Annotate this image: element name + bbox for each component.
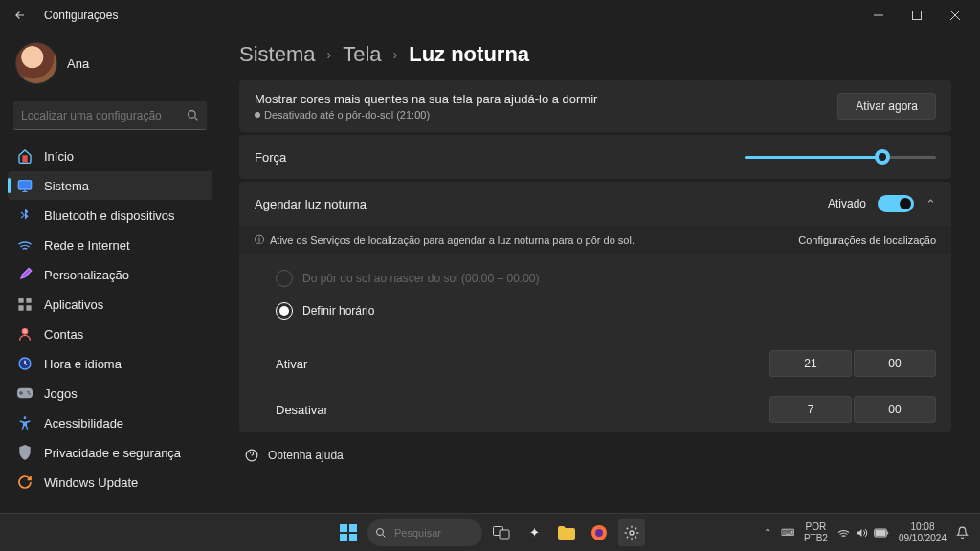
- brush-icon: [17, 267, 33, 282]
- task-view-button[interactable]: [488, 519, 515, 546]
- minimize-button[interactable]: [859, 2, 898, 29]
- get-help-link[interactable]: Obtenha ajuda: [239, 435, 951, 475]
- status-dot-icon: [255, 112, 260, 118]
- turn-on-now-button[interactable]: Ativar agora: [837, 93, 936, 120]
- tray-chevron-icon[interactable]: ⌃: [764, 527, 771, 538]
- turn-on-time-row: Ativar 21 00: [239, 341, 951, 386]
- nav-label: Rede e Internet: [44, 238, 130, 253]
- svg-rect-15: [349, 534, 357, 541]
- schedule-card: Agendar luz noturna Ativado ⌃ ⓘ Ative os…: [239, 182, 951, 432]
- turn-on-label: Ativar: [276, 357, 307, 371]
- night-light-status-card: Mostrar cores mais quentes na sua tela p…: [239, 80, 951, 132]
- user-icon: [17, 326, 33, 342]
- taskbar: ✦ ⌃ ⌨ PORPTB2 10:0809/10/2024: [0, 513, 980, 551]
- strength-card: Força: [239, 135, 951, 179]
- apps-icon: [17, 297, 33, 312]
- turn-off-label: Desativar: [276, 403, 328, 417]
- turn-off-minute-button[interactable]: 00: [854, 396, 936, 423]
- settings-search[interactable]: [13, 101, 207, 130]
- schedule-toggle[interactable]: [878, 195, 914, 212]
- clock-icon: [17, 356, 33, 371]
- svg-rect-5: [18, 305, 23, 310]
- explorer-icon[interactable]: [553, 519, 580, 546]
- wifi-icon: [17, 237, 33, 253]
- svg-rect-23: [876, 530, 885, 535]
- svg-rect-12: [340, 524, 347, 532]
- sidebar-item-brush[interactable]: Personalização: [8, 260, 212, 289]
- sidebar-item-wifi[interactable]: Rede e Internet: [8, 231, 212, 259]
- sidebar-item-home[interactable]: Início: [8, 142, 212, 170]
- titlebar: Configurações: [0, 0, 980, 31]
- system-tray: ⌃ ⌨ PORPTB2 10:0809/10/2024: [764, 521, 980, 543]
- location-hint: Ative os Serviços de localização para ag…: [270, 234, 635, 246]
- svg-point-16: [377, 528, 384, 535]
- settings-taskbar-icon[interactable]: [618, 519, 645, 546]
- description-text: Mostrar cores mais quentes na sua tela p…: [255, 92, 597, 106]
- taskbar-search-input[interactable]: [394, 527, 471, 539]
- chevron-right-icon: ›: [393, 47, 398, 62]
- svg-rect-2: [18, 181, 31, 189]
- user-name: Ana: [67, 56, 89, 71]
- sidebar-item-bluetooth[interactable]: Bluetooth e dispositivos: [8, 201, 212, 230]
- svg-rect-0: [913, 11, 922, 20]
- schedule-header[interactable]: Agendar luz noturna Ativado ⌃: [239, 182, 951, 226]
- clock[interactable]: 10:0809/10/2024: [899, 521, 947, 543]
- breadcrumb-tela[interactable]: Tela: [343, 42, 381, 67]
- notifications-icon[interactable]: [956, 526, 969, 539]
- strength-label: Força: [255, 150, 286, 165]
- strength-slider[interactable]: [745, 148, 936, 165]
- sidebar-item-clock[interactable]: Hora e idioma: [8, 349, 212, 378]
- nav-label: Windows Update: [44, 475, 138, 490]
- sidebar-item-user[interactable]: Contas: [8, 320, 212, 348]
- turn-on-minute-button[interactable]: 00: [854, 350, 936, 377]
- accessibility-icon: [17, 415, 33, 430]
- window-title: Configurações: [44, 9, 118, 22]
- svg-rect-14: [340, 534, 347, 541]
- start-button[interactable]: [335, 519, 362, 546]
- language-indicator[interactable]: PORPTB2: [804, 521, 828, 543]
- turn-off-hour-button[interactable]: 7: [769, 396, 852, 423]
- nav-label: Início: [44, 149, 74, 164]
- avatar: [15, 42, 57, 84]
- turn-off-time-row: Desativar 7 00: [239, 386, 951, 432]
- location-settings-link[interactable]: Configurações de localização: [798, 234, 936, 246]
- network-volume-battery[interactable]: [837, 527, 889, 539]
- taskbar-search[interactable]: [368, 519, 482, 546]
- breadcrumb-sistema[interactable]: Sistema: [239, 42, 315, 67]
- search-input[interactable]: [21, 109, 187, 122]
- sidebar-item-apps[interactable]: Aplicativos: [8, 290, 212, 319]
- svg-rect-4: [26, 298, 31, 302]
- schedule-label: Agendar luz noturna: [255, 197, 367, 211]
- keyboard-icon[interactable]: ⌨: [781, 527, 794, 538]
- back-button[interactable]: [13, 9, 33, 22]
- help-icon: [245, 449, 258, 462]
- copilot-icon[interactable]: ✦: [521, 519, 547, 546]
- bluetooth-icon: [17, 208, 33, 223]
- main-content: Sistema › Tela › Luz noturna Mostrar cor…: [220, 31, 980, 513]
- nav-label: Jogos: [44, 386, 78, 401]
- update-icon: [17, 474, 33, 490]
- option-set-hours[interactable]: Definir horário: [276, 295, 936, 327]
- sidebar-item-update[interactable]: Windows Update: [8, 468, 212, 496]
- nav-label: Contas: [44, 327, 83, 342]
- radio-icon: [276, 302, 293, 320]
- sidebar-item-shield[interactable]: Privacidade e segurança: [8, 438, 212, 467]
- sidebar-item-accessibility[interactable]: Acessibilidade: [8, 408, 212, 437]
- turn-on-hour-button[interactable]: 21: [769, 350, 852, 377]
- location-info-row: ⓘ Ative os Serviços de localização para …: [239, 226, 951, 254]
- svg-point-7: [22, 329, 27, 334]
- status-text: Desativado até o pôr-do-sol (21:00): [255, 109, 597, 121]
- firefox-icon[interactable]: [586, 519, 612, 546]
- user-profile[interactable]: Ana: [8, 36, 212, 98]
- close-button[interactable]: [936, 2, 974, 29]
- nav-list: InícioSistemaBluetooth e dispositivosRed…: [8, 142, 212, 496]
- game-icon: [17, 386, 33, 401]
- sidebar-item-game[interactable]: Jogos: [8, 379, 212, 408]
- search-icon: [187, 109, 199, 121]
- nav-label: Bluetooth e dispositivos: [44, 209, 175, 223]
- maximize-button[interactable]: [898, 2, 936, 29]
- sidebar-item-system[interactable]: Sistema: [8, 171, 212, 200]
- svg-rect-3: [18, 298, 23, 302]
- chevron-right-icon: ›: [326, 47, 331, 62]
- svg-point-20: [595, 529, 603, 537]
